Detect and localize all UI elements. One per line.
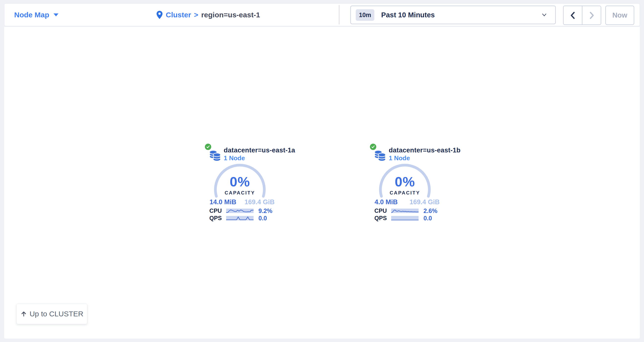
- capacity-range: 4.0 MiB 169.4 GiB: [374, 198, 440, 206]
- capacity-label: CAPACITY: [378, 190, 432, 196]
- datacenter-card-us-east-1b[interactable]: datacenter=us-east-1b 1 Node 0% CAPACITY…: [366, 143, 450, 226]
- capacity-percentage: 0%: [378, 174, 432, 190]
- datacenter-card-us-east-1a[interactable]: datacenter=us-east-1a 1 Node 0% CAPACITY…: [201, 143, 284, 226]
- caret-down-icon: [54, 13, 58, 16]
- cpu-value: 2.6%: [424, 207, 438, 215]
- qps-label: QPS: [366, 215, 387, 222]
- time-prev-button[interactable]: [564, 6, 582, 24]
- qps-sparkline: [391, 216, 418, 220]
- qps-sparkline: [226, 216, 254, 220]
- datacenter-name: datacenter=us-east-1b: [389, 147, 461, 154]
- cpu-sparkline: [226, 209, 254, 213]
- breadcrumb-cluster-link[interactable]: Cluster: [166, 11, 191, 19]
- datacenter-node-count: 1 Node: [224, 154, 245, 162]
- capacity-total: 169.4 GiB: [410, 198, 440, 206]
- capacity-used: 14.0 MiB: [210, 198, 236, 206]
- cpu-metric-row: CPU 9.2%: [201, 208, 284, 214]
- healthy-check-icon: [204, 143, 212, 151]
- qps-metric-row: QPS 0.0: [201, 215, 284, 221]
- node-map-canvas: datacenter=us-east-1a 1 Node 0% CAPACITY…: [4, 27, 640, 339]
- healthy-check-icon: [369, 143, 377, 151]
- up-to-cluster-button[interactable]: Up to CLUSTER: [16, 304, 87, 324]
- cpu-sparkline: [391, 209, 418, 213]
- datacenter-node-count: 1 Node: [389, 154, 410, 162]
- capacity-total: 169.4 GiB: [244, 198, 274, 206]
- topbar-divider: [339, 5, 339, 24]
- breadcrumb-current: region=us-east-1: [201, 11, 260, 19]
- cpu-label: CPU: [366, 207, 387, 214]
- breadcrumb-separator: >: [194, 11, 198, 19]
- breadcrumb: Cluster > region=us-east-1: [156, 4, 260, 26]
- time-nav-group: [563, 5, 601, 25]
- capacity-used: 4.0 MiB: [374, 198, 398, 206]
- capacity-label: CAPACITY: [212, 190, 267, 196]
- database-stack-icon: [374, 149, 386, 162]
- view-selector-label: Node Map: [14, 11, 49, 19]
- time-range-dropdown[interactable]: 10m Past 10 Minutes: [350, 5, 556, 24]
- database-stack-icon: [209, 149, 221, 162]
- chevron-down-icon: [541, 12, 548, 18]
- qps-value: 0.0: [424, 215, 432, 222]
- qps-metric-row: QPS 0.0: [366, 215, 450, 221]
- cpu-value: 9.2%: [258, 207, 272, 215]
- capacity-percentage: 0%: [212, 174, 267, 190]
- chevron-right-icon: [588, 10, 596, 20]
- location-pin-icon: [156, 10, 163, 19]
- topbar: Node Map Cluster > region=us-east-1 10m …: [4, 3, 640, 26]
- time-range-badge: 10m: [356, 9, 374, 21]
- qps-label: QPS: [201, 215, 222, 222]
- time-now-button[interactable]: Now: [605, 5, 634, 25]
- up-to-cluster-label: Up to CLUSTER: [30, 310, 83, 318]
- arrow-up-icon: [20, 311, 27, 317]
- time-next-button[interactable]: [582, 6, 601, 24]
- view-selector-dropdown[interactable]: Node Map: [14, 4, 58, 26]
- chevron-left-icon: [569, 10, 577, 20]
- capacity-range: 14.0 MiB 169.4 GiB: [210, 198, 274, 206]
- cpu-metric-row: CPU 2.6%: [366, 208, 450, 214]
- datacenter-name: datacenter=us-east-1a: [224, 147, 295, 154]
- qps-value: 0.0: [258, 215, 267, 222]
- cpu-label: CPU: [201, 207, 222, 214]
- time-range-label: Past 10 Minutes: [381, 11, 435, 19]
